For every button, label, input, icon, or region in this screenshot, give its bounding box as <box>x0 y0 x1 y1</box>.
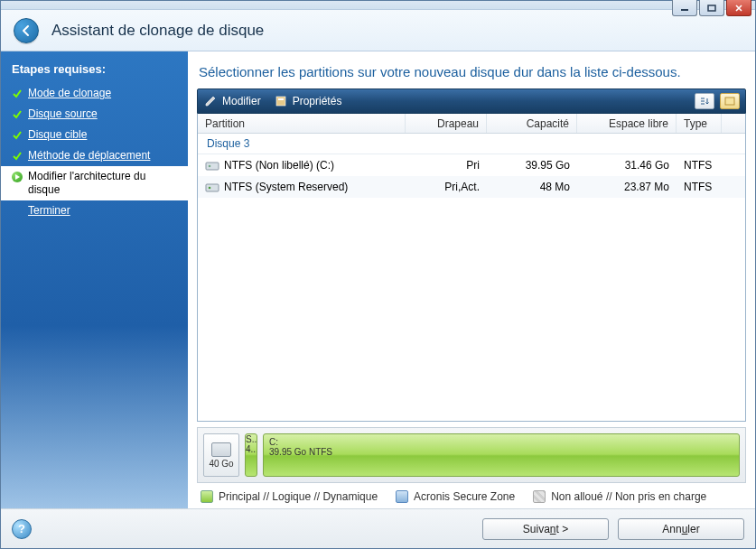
next-button[interactable]: Suivant > <box>482 518 609 540</box>
cancel-label-prefix: Ann <box>662 523 681 535</box>
partition-free: 23.87 Mo <box>577 181 677 193</box>
partition-icon <box>205 180 219 194</box>
check-icon <box>12 130 23 141</box>
cancel-label-suffix: ler <box>687 523 699 535</box>
maximize-button[interactable] <box>699 0 724 16</box>
partition-type: NTFS <box>677 181 722 193</box>
toolbar-view-button[interactable] <box>720 93 740 109</box>
partition-free: 31.46 Go <box>577 159 677 172</box>
partition-toolbar: Modifier Propriétés <box>197 88 746 114</box>
legend-principal-label: Principal // Logique // Dynamique <box>219 490 378 503</box>
partition-name: NTFS (System Reserved) <box>224 181 348 193</box>
svg-rect-4 <box>725 98 734 105</box>
step-source-disk[interactable]: Disque source <box>1 104 188 125</box>
footer: ? Suivant > Annuler <box>1 508 755 548</box>
partition-flags: Pri,Act. <box>406 181 487 193</box>
app-window: Assistant de clonage de disque Etapes re… <box>0 0 756 549</box>
disk-map-total: 40 Go <box>209 459 233 469</box>
segment-label-1: S... <box>246 434 257 444</box>
table-body: Disque 3 NTFS (Non libellé) (C:) Pri 39.… <box>198 134 745 421</box>
svg-rect-2 <box>276 97 285 106</box>
legend-unallocated: Non alloué // Non pris en charge <box>533 490 706 503</box>
step-label: Disque source <box>28 107 98 121</box>
help-button[interactable]: ? <box>12 519 32 539</box>
toolbar-properties-label: Propriétés <box>293 95 342 107</box>
next-label-suffix: t > <box>556 523 569 535</box>
cancel-label-hotkey: u <box>682 523 688 535</box>
legend: Principal // Logique // Dynamique Acroni… <box>197 483 746 508</box>
partition-flags: Pri <box>406 159 487 172</box>
next-label-prefix: Suiva <box>523 523 550 535</box>
partition-icon <box>205 158 219 172</box>
swatch-hatch-icon <box>533 490 546 503</box>
back-button[interactable] <box>14 18 39 43</box>
toolbar-modify-label: Modifier <box>222 95 261 107</box>
swatch-blue-icon <box>396 490 408 503</box>
svg-rect-3 <box>278 98 284 100</box>
col-free[interactable]: Espace libre <box>577 114 677 133</box>
svg-rect-7 <box>206 184 219 191</box>
properties-icon <box>274 94 288 108</box>
col-capacity[interactable]: Capacité <box>487 114 577 133</box>
main-panel: Sélectionner les partitions sur votre no… <box>188 51 755 508</box>
step-label: Terminer <box>28 204 70 218</box>
window-chrome <box>1 1 755 10</box>
col-partition[interactable]: Partition <box>198 114 406 133</box>
step-target-disk[interactable]: Disque cible <box>1 125 188 145</box>
svg-point-6 <box>209 165 211 168</box>
disk-map-segment-system[interactable]: S... 4... <box>245 433 257 477</box>
partition-type: NTFS <box>677 159 722 172</box>
step-label: Modifier l'architecture du disque <box>28 170 179 197</box>
toolbar-sort-button[interactable] <box>695 93 714 109</box>
close-button[interactable] <box>726 0 751 16</box>
toolbar-right <box>695 93 740 109</box>
table-header: Partition Drapeau Capacité Espace libre … <box>198 114 745 134</box>
swatch-green-icon <box>201 490 213 503</box>
next-label-hotkey: n <box>550 523 556 535</box>
disk-map-segment-c[interactable]: C: 39.95 Go NTFS <box>263 433 740 477</box>
legend-asz-label: Acronis Secure Zone <box>414 490 515 503</box>
svg-rect-1 <box>708 5 715 11</box>
step-label: Disque cible <box>28 128 87 142</box>
col-flags[interactable]: Drapeau <box>406 114 487 133</box>
table-row[interactable]: NTFS (Non libellé) (C:) Pri 39.95 Go 31.… <box>198 154 745 176</box>
partition-name: NTFS (Non libellé) (C:) <box>224 159 334 172</box>
svg-point-8 <box>209 187 211 190</box>
step-label: Mode de clonage <box>28 87 111 100</box>
step-modify-layout[interactable]: Modifier l'architecture du disque <box>1 166 188 200</box>
check-icon <box>12 151 23 162</box>
legend-asz: Acronis Secure Zone <box>396 490 515 503</box>
page-title: Assistant de clonage de disque <box>51 22 264 40</box>
segment-label-2: 4... <box>246 444 257 454</box>
table-row[interactable]: NTFS (System Reserved) Pri,Act. 48 Mo 23… <box>198 176 745 198</box>
step-clone-mode[interactable]: Mode de clonage <box>1 83 188 104</box>
minimize-button[interactable] <box>672 0 697 16</box>
col-type[interactable]: Type <box>677 114 722 133</box>
body: Etapes requises: Mode de clonage Disque … <box>1 51 755 508</box>
window-buttons <box>672 0 751 16</box>
check-icon <box>12 109 23 120</box>
svg-rect-0 <box>681 9 688 11</box>
partition-capacity: 48 Mo <box>487 181 577 193</box>
disk-group-row[interactable]: Disque 3 <box>198 134 745 154</box>
check-icon <box>12 88 23 99</box>
toolbar-properties[interactable]: Propriétés <box>274 94 342 108</box>
disk-map: 40 Go S... 4... C: 39.95 Go NTFS <box>197 427 746 483</box>
segment-label-1: C: <box>269 437 733 447</box>
arrow-icon <box>12 172 23 182</box>
pencil-icon <box>203 94 218 108</box>
title-bar: Assistant de clonage de disque <box>1 10 755 51</box>
sidebar: Etapes requises: Mode de clonage Disque … <box>1 51 188 508</box>
step-label: Méthode de déplacement <box>28 149 150 163</box>
disk-map-disk[interactable]: 40 Go <box>203 433 239 477</box>
legend-unallocated-label: Non alloué // Non pris en charge <box>551 490 706 503</box>
hdd-icon <box>211 442 231 457</box>
instruction-text: Sélectionner les partitions sur votre no… <box>197 62 746 88</box>
cancel-button[interactable]: Annuler <box>618 518 744 540</box>
sidebar-heading: Etapes requises: <box>1 60 188 83</box>
segment-label-2: 39.95 Go NTFS <box>269 447 733 457</box>
step-move-method[interactable]: Méthode de déplacement <box>1 145 188 166</box>
step-finish[interactable]: Terminer <box>1 200 188 221</box>
partition-capacity: 39.95 Go <box>487 159 577 172</box>
toolbar-modify[interactable]: Modifier <box>203 94 261 108</box>
